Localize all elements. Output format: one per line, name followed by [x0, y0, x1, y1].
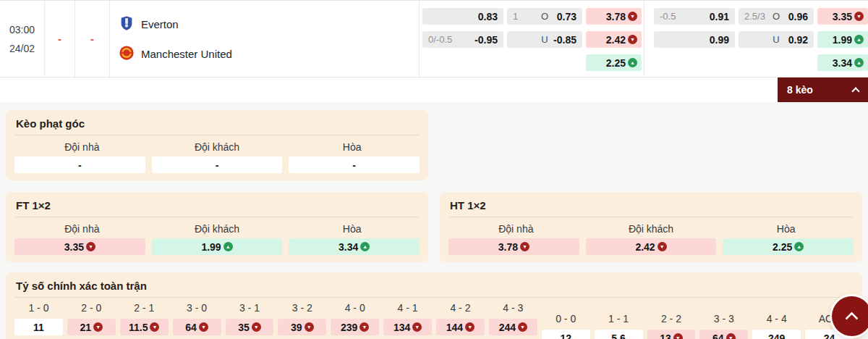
handicap-cell[interactable]: -0.5 0.91 — [654, 8, 735, 25]
score-odds-cell[interactable]: 244 — [489, 319, 537, 335]
draw-odds-cell[interactable]: 2.25 — [586, 54, 642, 71]
under-cell[interactable]: U -0.85 — [507, 31, 582, 48]
scroll-to-top-button[interactable] — [832, 296, 868, 336]
away-team-name: Manchester United — [141, 48, 232, 60]
score-odds-cell[interactable]: 239 — [331, 319, 379, 335]
score-label: 1 - 1 — [595, 313, 643, 325]
away-odds-cell[interactable]: 1.99 — [817, 31, 868, 48]
odds-value: 24 — [824, 332, 835, 339]
ht-draw-cell[interactable]: 2.25 — [723, 238, 854, 255]
ht-score-column: - — [45, 1, 75, 77]
score-label: 2 - 0 — [67, 302, 116, 314]
ft-home-cell[interactable]: 3.35 — [14, 238, 145, 255]
score-label: 3 - 0 — [173, 302, 221, 314]
score-odds-cell[interactable]: 12 — [542, 330, 590, 339]
home-odds-cell[interactable]: 3.35 — [817, 8, 868, 25]
odds-value: 11.5 — [129, 322, 148, 333]
odds-value: 13 — [660, 332, 671, 339]
over-label: O — [770, 11, 782, 22]
column-header-draw: Hòa — [284, 138, 420, 156]
under-cell[interactable]: U 0.92 — [739, 31, 814, 48]
trend-arrow-icon — [360, 242, 370, 251]
trend-arrow-icon — [465, 322, 475, 332]
odds-group-ht: 0.83 1 O 0.73 3.78 0/-0.5 -0.95 U -0.85 … — [420, 1, 644, 77]
score-label: 4 - 2 — [436, 302, 485, 314]
ht-home-cell[interactable]: 3.78 — [448, 238, 579, 255]
ft-1x2-panel: FT 1×2 Đội nhà Đội khách Hòa 3.35 1.99 3… — [6, 192, 428, 262]
trend-arrow-icon — [854, 35, 864, 44]
trend-arrow-icon — [628, 35, 637, 44]
column-header-away: Đội khách — [150, 219, 285, 238]
score-column: 2 - 2 13 — [647, 302, 696, 339]
panel-title: Tỷ số chính xác toàn trận — [14, 278, 854, 298]
trend-arrow-icon — [628, 58, 637, 67]
trend-arrow-icon — [658, 242, 667, 251]
odds-value: - — [216, 159, 219, 171]
score-odds-cell[interactable]: 39 — [278, 319, 326, 335]
corner-away-cell[interactable]: - — [152, 156, 283, 173]
ft-draw-cell[interactable]: 3.34 — [289, 238, 420, 255]
odds-value: 2.42 — [606, 34, 626, 46]
column-header-home: Đội nhà — [14, 138, 150, 156]
home-team-row[interactable]: Everton — [119, 15, 419, 33]
handicap-cell[interactable]: 0.99 — [654, 31, 735, 48]
ft-score-column: - — [75, 1, 110, 77]
panel-title: FT 1×2 — [14, 198, 420, 217]
spacer — [739, 54, 814, 71]
score-label: 4 - 1 — [383, 302, 432, 314]
score-odds-cell[interactable]: 11 — [14, 319, 63, 335]
score-column: 0 - 0 12 — [542, 302, 590, 339]
panel-title: Kèo phạt góc — [14, 116, 420, 135]
away-team-row[interactable]: Manchester United — [119, 45, 419, 63]
trend-arrow-icon — [412, 322, 422, 332]
corner-home-cell[interactable]: - — [14, 156, 145, 173]
under-odds: 0.92 — [782, 34, 808, 46]
score-label: 2 - 1 — [120, 302, 169, 314]
ht-score: - — [58, 33, 61, 45]
odds-value: 3.34 — [833, 57, 852, 69]
ft-away-cell[interactable]: 1.99 — [152, 238, 283, 255]
over-cell[interactable]: 2.5/3 O 0.96 — [739, 8, 814, 25]
score-odds-cell[interactable]: 35 — [226, 319, 274, 335]
score-column: 1 - 1 5.6 — [595, 302, 643, 339]
keo-count-toggle[interactable]: 8 kèo — [778, 78, 868, 102]
away-odds-cell[interactable]: 2.42 — [586, 31, 642, 48]
handicap-cell[interactable]: 0/-0.5 -0.95 — [422, 31, 503, 48]
over-cell[interactable]: 1 O 0.73 — [507, 8, 582, 25]
score-odds-cell[interactable]: 13 — [647, 330, 696, 339]
score-odds-cell[interactable]: 21 — [67, 319, 116, 335]
chevron-up-icon — [851, 87, 859, 95]
trend-arrow-icon — [520, 242, 529, 251]
score-column: 4 - 4 249 — [752, 302, 801, 339]
trend-arrow-icon — [86, 242, 95, 251]
odds-value: 1.99 — [201, 241, 221, 253]
spacer — [654, 54, 735, 71]
odds-value: 64 — [712, 332, 724, 339]
ht-away-cell[interactable]: 2.42 — [586, 238, 717, 255]
odds-value: 244 — [499, 322, 516, 333]
trend-arrow-icon — [726, 333, 736, 339]
score-column: 1 - 0 11 6.9 — [14, 302, 63, 339]
trend-arrow-icon — [854, 58, 864, 67]
spacer — [507, 54, 582, 71]
score-odds-cell[interactable]: 11.5 — [120, 319, 169, 335]
score-odds-cell[interactable]: 64 — [699, 330, 748, 339]
score-odds-cell[interactable]: 249 — [752, 330, 801, 339]
corner-draw-cell[interactable]: - — [289, 156, 420, 173]
score-odds-cell[interactable]: 134 — [383, 319, 432, 335]
odds-value: 5.6 — [611, 332, 625, 339]
handicap-cell[interactable]: 0.83 — [422, 8, 503, 25]
under-label: U — [539, 34, 550, 45]
correct-score-grid: 1 - 0 11 6.9 2 - 0 21 8.8 2 - 1 11.5 6.8 — [14, 302, 854, 339]
home-odds-cell[interactable]: 3.78 — [586, 8, 642, 25]
odds-value: 3.78 — [606, 11, 626, 22]
man-united-crest-icon — [119, 45, 135, 63]
match-date: 24/02 — [9, 43, 35, 54]
draw-odds-cell[interactable]: 3.34 — [817, 54, 868, 71]
panel-title: HT 1×2 — [448, 198, 854, 217]
score-odds-cell[interactable]: 64 — [173, 319, 221, 335]
score-odds-cell[interactable]: 5.6 — [595, 330, 643, 339]
score-odds-cell[interactable]: 144 — [436, 319, 485, 335]
score-label: 3 - 3 — [699, 313, 748, 325]
trend-arrow-icon — [673, 333, 683, 339]
